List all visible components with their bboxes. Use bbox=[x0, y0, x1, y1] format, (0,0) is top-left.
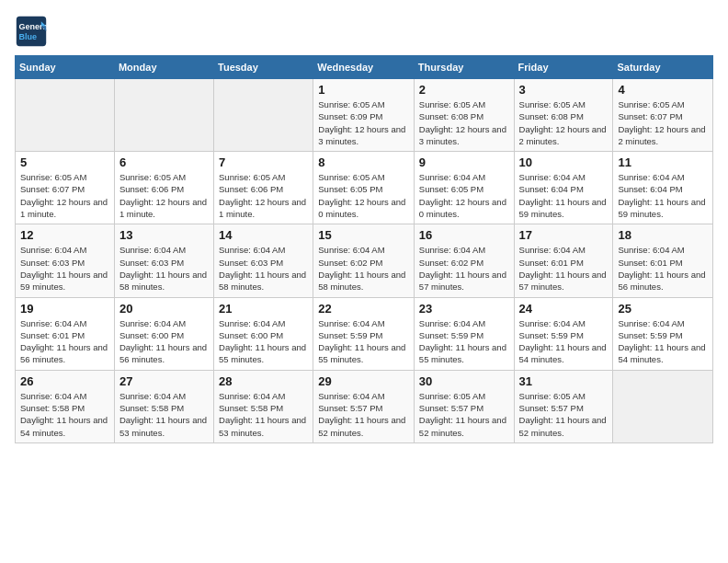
day-number: 11 bbox=[618, 155, 708, 169]
calendar-week-row: 26Sunrise: 6:04 AM Sunset: 5:58 PM Dayli… bbox=[16, 370, 713, 442]
day-number: 31 bbox=[519, 374, 609, 388]
day-info: Sunrise: 6:04 AM Sunset: 6:04 PM Dayligh… bbox=[519, 171, 609, 220]
calendar-week-row: 12Sunrise: 6:04 AM Sunset: 6:03 PM Dayli… bbox=[16, 224, 713, 297]
day-number: 14 bbox=[219, 228, 308, 242]
day-info: Sunrise: 6:04 AM Sunset: 5:59 PM Dayligh… bbox=[618, 317, 708, 366]
calendar-cell bbox=[114, 79, 213, 152]
day-info: Sunrise: 6:04 AM Sunset: 6:00 PM Dayligh… bbox=[119, 317, 209, 366]
day-number: 15 bbox=[318, 228, 409, 242]
day-number: 18 bbox=[618, 228, 708, 242]
day-number: 22 bbox=[318, 302, 409, 316]
day-info: Sunrise: 6:04 AM Sunset: 6:05 PM Dayligh… bbox=[419, 171, 509, 220]
logo: General Blue bbox=[15, 15, 51, 48]
day-info: Sunrise: 6:05 AM Sunset: 6:06 PM Dayligh… bbox=[119, 171, 209, 220]
calendar-cell: 13Sunrise: 6:04 AM Sunset: 6:03 PM Dayli… bbox=[114, 224, 213, 297]
calendar-cell bbox=[214, 79, 313, 152]
day-number: 7 bbox=[219, 155, 308, 169]
calendar-cell: 31Sunrise: 6:05 AM Sunset: 5:57 PM Dayli… bbox=[514, 370, 613, 442]
calendar-table: SundayMondayTuesdayWednesdayThursdayFrid… bbox=[15, 55, 713, 443]
day-info: Sunrise: 6:05 AM Sunset: 6:08 PM Dayligh… bbox=[519, 98, 609, 147]
calendar-cell: 22Sunrise: 6:04 AM Sunset: 5:59 PM Dayli… bbox=[313, 297, 415, 370]
day-info: Sunrise: 6:04 AM Sunset: 5:59 PM Dayligh… bbox=[318, 317, 409, 366]
calendar-cell: 3Sunrise: 6:05 AM Sunset: 6:08 PM Daylig… bbox=[514, 79, 613, 152]
day-number: 4 bbox=[618, 83, 708, 97]
day-info: Sunrise: 6:05 AM Sunset: 6:05 PM Dayligh… bbox=[318, 171, 409, 220]
day-number: 10 bbox=[519, 155, 609, 169]
day-info: Sunrise: 6:04 AM Sunset: 6:00 PM Dayligh… bbox=[219, 317, 308, 366]
calendar-cell: 15Sunrise: 6:04 AM Sunset: 6:02 PM Dayli… bbox=[313, 224, 415, 297]
calendar-week-row: 5Sunrise: 6:05 AM Sunset: 6:07 PM Daylig… bbox=[16, 152, 713, 224]
day-info: Sunrise: 6:04 AM Sunset: 5:58 PM Dayligh… bbox=[20, 390, 109, 439]
day-info: Sunrise: 6:04 AM Sunset: 5:59 PM Dayligh… bbox=[519, 317, 609, 366]
calendar-cell: 4Sunrise: 6:05 AM Sunset: 6:07 PM Daylig… bbox=[613, 79, 713, 152]
calendar-cell: 28Sunrise: 6:04 AM Sunset: 5:58 PM Dayli… bbox=[214, 370, 313, 442]
day-number: 13 bbox=[119, 228, 209, 242]
calendar-cell: 2Sunrise: 6:05 AM Sunset: 6:08 PM Daylig… bbox=[414, 79, 514, 152]
weekday-header-thursday: Thursday bbox=[414, 56, 514, 79]
logo-icon: General Blue bbox=[15, 15, 48, 48]
day-info: Sunrise: 6:05 AM Sunset: 5:57 PM Dayligh… bbox=[519, 390, 609, 439]
day-info: Sunrise: 6:04 AM Sunset: 6:02 PM Dayligh… bbox=[318, 244, 409, 293]
weekday-header-friday: Friday bbox=[514, 56, 613, 79]
day-number: 25 bbox=[618, 302, 708, 316]
day-number: 16 bbox=[419, 228, 509, 242]
day-info: Sunrise: 6:04 AM Sunset: 6:01 PM Dayligh… bbox=[618, 244, 708, 293]
calendar-cell: 6Sunrise: 6:05 AM Sunset: 6:06 PM Daylig… bbox=[114, 152, 213, 224]
day-number: 19 bbox=[20, 302, 109, 316]
day-info: Sunrise: 6:04 AM Sunset: 5:57 PM Dayligh… bbox=[318, 390, 409, 439]
calendar-cell: 5Sunrise: 6:05 AM Sunset: 6:07 PM Daylig… bbox=[16, 152, 115, 224]
day-number: 30 bbox=[419, 374, 509, 388]
day-info: Sunrise: 6:04 AM Sunset: 6:01 PM Dayligh… bbox=[20, 317, 109, 366]
day-number: 20 bbox=[119, 302, 209, 316]
day-info: Sunrise: 6:04 AM Sunset: 6:03 PM Dayligh… bbox=[219, 244, 308, 293]
day-info: Sunrise: 6:05 AM Sunset: 6:06 PM Dayligh… bbox=[219, 171, 308, 220]
weekday-header-sunday: Sunday bbox=[16, 56, 115, 79]
day-number: 3 bbox=[519, 83, 609, 97]
calendar-week-row: 19Sunrise: 6:04 AM Sunset: 6:01 PM Dayli… bbox=[16, 297, 713, 370]
calendar-body: 1Sunrise: 6:05 AM Sunset: 6:09 PM Daylig… bbox=[16, 79, 713, 443]
calendar-cell: 25Sunrise: 6:04 AM Sunset: 5:59 PM Dayli… bbox=[613, 297, 713, 370]
calendar-cell: 12Sunrise: 6:04 AM Sunset: 6:03 PM Dayli… bbox=[16, 224, 115, 297]
calendar-cell: 7Sunrise: 6:05 AM Sunset: 6:06 PM Daylig… bbox=[214, 152, 313, 224]
weekday-header-monday: Monday bbox=[114, 56, 213, 79]
day-info: Sunrise: 6:05 AM Sunset: 6:07 PM Dayligh… bbox=[20, 171, 109, 220]
day-info: Sunrise: 6:04 AM Sunset: 6:03 PM Dayligh… bbox=[20, 244, 109, 293]
day-number: 21 bbox=[219, 302, 308, 316]
day-number: 23 bbox=[419, 302, 509, 316]
weekday-header-saturday: Saturday bbox=[613, 56, 713, 79]
day-number: 12 bbox=[20, 228, 109, 242]
calendar-cell bbox=[16, 79, 115, 152]
day-number: 27 bbox=[119, 374, 209, 388]
day-number: 2 bbox=[419, 83, 509, 97]
day-number: 9 bbox=[419, 155, 509, 169]
calendar-week-row: 1Sunrise: 6:05 AM Sunset: 6:09 PM Daylig… bbox=[16, 79, 713, 152]
calendar-cell: 18Sunrise: 6:04 AM Sunset: 6:01 PM Dayli… bbox=[613, 224, 713, 297]
calendar-cell: 10Sunrise: 6:04 AM Sunset: 6:04 PM Dayli… bbox=[514, 152, 613, 224]
day-number: 5 bbox=[20, 155, 109, 169]
day-info: Sunrise: 6:04 AM Sunset: 6:01 PM Dayligh… bbox=[519, 244, 609, 293]
calendar-cell: 19Sunrise: 6:04 AM Sunset: 6:01 PM Dayli… bbox=[16, 297, 115, 370]
day-number: 29 bbox=[318, 374, 409, 388]
calendar-cell: 27Sunrise: 6:04 AM Sunset: 5:58 PM Dayli… bbox=[114, 370, 213, 442]
day-number: 8 bbox=[318, 155, 409, 169]
day-info: Sunrise: 6:04 AM Sunset: 6:03 PM Dayligh… bbox=[119, 244, 209, 293]
calendar-cell: 29Sunrise: 6:04 AM Sunset: 5:57 PM Dayli… bbox=[313, 370, 415, 442]
day-info: Sunrise: 6:04 AM Sunset: 6:02 PM Dayligh… bbox=[419, 244, 509, 293]
calendar-cell: 16Sunrise: 6:04 AM Sunset: 6:02 PM Dayli… bbox=[414, 224, 514, 297]
day-info: Sunrise: 6:04 AM Sunset: 5:59 PM Dayligh… bbox=[419, 317, 509, 366]
calendar-cell: 1Sunrise: 6:05 AM Sunset: 6:09 PM Daylig… bbox=[313, 79, 415, 152]
day-number: 1 bbox=[318, 83, 409, 97]
weekday-header-row: SundayMondayTuesdayWednesdayThursdayFrid… bbox=[16, 56, 713, 79]
day-number: 28 bbox=[219, 374, 308, 388]
day-number: 17 bbox=[519, 228, 609, 242]
day-number: 24 bbox=[519, 302, 609, 316]
page-header: General Blue bbox=[15, 15, 713, 48]
day-info: Sunrise: 6:04 AM Sunset: 5:58 PM Dayligh… bbox=[119, 390, 209, 439]
day-info: Sunrise: 6:05 AM Sunset: 6:09 PM Dayligh… bbox=[318, 98, 409, 147]
weekday-header-wednesday: Wednesday bbox=[313, 56, 415, 79]
day-info: Sunrise: 6:05 AM Sunset: 5:57 PM Dayligh… bbox=[419, 390, 509, 439]
svg-text:Blue: Blue bbox=[19, 32, 38, 41]
day-info: Sunrise: 6:05 AM Sunset: 6:07 PM Dayligh… bbox=[618, 98, 708, 147]
day-info: Sunrise: 6:04 AM Sunset: 5:58 PM Dayligh… bbox=[219, 390, 308, 439]
weekday-header-tuesday: Tuesday bbox=[214, 56, 313, 79]
